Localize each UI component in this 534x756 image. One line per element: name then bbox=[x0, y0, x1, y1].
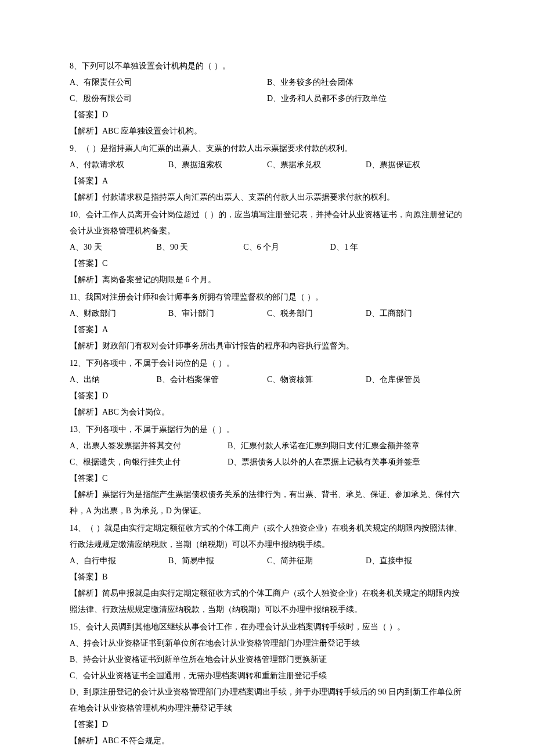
question-10: 10、会计工作人员离开会计岗位超过（ ）的，应当填写注册登记表，并持会计从业资格… bbox=[70, 207, 464, 288]
answer: 【答案】B bbox=[70, 569, 464, 585]
option-b: B、审计部门 bbox=[168, 305, 267, 322]
question-8: 8、下列可以不单独设置会计机构是的（ ）。 A、有限责任公司 B、业务较多的社会… bbox=[70, 58, 464, 139]
options-row: A、财政部门 B、审计部门 C、税务部门 D、工商部门 bbox=[70, 305, 464, 322]
question-14: 14、（ ）就是由实行定期定额征收方式的个体工商户（或个人独资企业）在税务机关规… bbox=[70, 520, 464, 618]
question-text: 13、下列各项中，不属于票据行为的是（ ）。 bbox=[70, 422, 464, 438]
question-9: 9、（ ）是指持票人向汇票的出票人、支票的付款人出示票据要求付款的权利。 A、付… bbox=[70, 141, 464, 206]
answer: 【答案】D bbox=[70, 717, 464, 733]
option-a: A、出票人签发票据并将其交付 bbox=[70, 438, 228, 454]
option-d: D、票据债务人以外的人在票据上记载有关事项并签章 bbox=[228, 454, 464, 470]
option-c: C、简并征期 bbox=[267, 553, 366, 569]
options-row: A、30 天 B、90 天 C、6 个月 D、1 年 bbox=[70, 239, 464, 255]
option-b: B、票据追索权 bbox=[168, 157, 267, 173]
question-text: 14、（ ）就是由实行定期定额征收方式的个体工商户（或个人独资企业）在税务机关规… bbox=[70, 520, 464, 553]
option-a: A、有限责任公司 bbox=[70, 74, 267, 91]
option-c: C、税务部门 bbox=[267, 305, 366, 322]
option-a: A、出纳 bbox=[70, 372, 157, 388]
option-b: B、会计档案保管 bbox=[157, 372, 267, 388]
answer: 【答案】D bbox=[70, 388, 464, 404]
options-row: A、付款请求权 B、票据追索权 C、票据承兑权 D、票据保证权 bbox=[70, 157, 464, 173]
option-c: C、票据承兑权 bbox=[267, 157, 366, 173]
explanation: 【解析】票据行为是指能产生票据债权债务关系的法律行为，有出票、背书、承兑、保证、… bbox=[70, 487, 464, 519]
answer: 【答案】C bbox=[70, 470, 464, 487]
option-a: A、持会计从业资格证书到新单位所在地会计从业资格管理部门办理注册登记手续 bbox=[70, 635, 464, 651]
explanation: 【解析】ABC 应单独设置会计机构。 bbox=[70, 123, 464, 139]
options-row: C、股份有限公司 D、业务和人员都不多的行政单位 bbox=[70, 91, 464, 107]
option-c: C、会计从业资格证书全国通用，无需办理档案调转和重新注册登记手续 bbox=[70, 668, 464, 684]
option-a: A、30 天 bbox=[70, 239, 157, 255]
options-row: A、出纳 B、会计档案保管 C、物资核算 D、仓库保管员 bbox=[70, 372, 464, 388]
options-row: A、自行申报 B、简易申报 C、简并征期 D、直接申报 bbox=[70, 553, 464, 569]
option-d: D、到原注册登记的会计从业资格管理部门办理档案调出手续，并于办理调转手续后的 9… bbox=[70, 684, 464, 717]
answer: 【答案】D bbox=[70, 107, 464, 123]
option-b: B、持会计从业资格证书到新单位所在地会计从业资格管理部门更换新证 bbox=[70, 651, 464, 668]
option-c: C、根据遗失，向银行挂失止付 bbox=[70, 454, 228, 470]
option-b: B、汇票付款人承诺在汇票到期日支付汇票金额并签章 bbox=[228, 438, 464, 454]
explanation: 【解析】ABC 为会计岗位。 bbox=[70, 404, 464, 420]
options-row: A、出票人签发票据并将其交付 B、汇票付款人承诺在汇票到期日支付汇票金额并签章 bbox=[70, 438, 464, 454]
answer: 【答案】C bbox=[70, 255, 464, 272]
option-b: B、业务较多的社会团体 bbox=[267, 74, 464, 91]
question-11: 11、我国对注册会计师和会计师事务所拥有管理监督权的部门是（ ）。 A、财政部门… bbox=[70, 289, 464, 354]
option-c: C、股份有限公司 bbox=[70, 91, 267, 107]
question-text: 8、下列可以不单独设置会计机构是的（ ）。 bbox=[70, 58, 464, 74]
option-c: C、物资核算 bbox=[267, 372, 366, 388]
option-d: D、工商部门 bbox=[366, 305, 464, 322]
question-text: 9、（ ）是指持票人向汇票的出票人、支票的付款人出示票据要求付款的权利。 bbox=[70, 141, 464, 157]
explanation: 【解析】财政部门有权对会计师事务所出具审计报告的程序和内容执行监督为。 bbox=[70, 338, 464, 354]
option-d: D、仓库保管员 bbox=[366, 372, 464, 388]
option-a: A、付款请求权 bbox=[70, 157, 168, 173]
options-row: A、有限责任公司 B、业务较多的社会团体 bbox=[70, 74, 464, 91]
explanation: 【解析】简易申报就是由实行定期定额征收方式的个体工商户（或个人独资企业）在税务机… bbox=[70, 585, 464, 618]
question-12: 12、下列各项中，不属于会计岗位的是（ ）。 A、出纳 B、会计档案保管 C、物… bbox=[70, 355, 464, 420]
option-c: C、6 个月 bbox=[243, 239, 330, 255]
question-text: 11、我国对注册会计师和会计师事务所拥有管理监督权的部门是（ ）。 bbox=[70, 289, 464, 305]
question-text: 12、下列各项中，不属于会计岗位的是（ ）。 bbox=[70, 355, 464, 372]
question-text: 15、会计人员调到其他地区继续从事会计工作，在办理会计从业档案调转手续时，应当（… bbox=[70, 619, 464, 635]
explanation: 【解析】离岗备案登记的期限是 6 个月。 bbox=[70, 272, 464, 288]
option-a: A、财政部门 bbox=[70, 305, 168, 322]
answer: 【答案】A bbox=[70, 322, 464, 338]
question-15: 15、会计人员调到其他地区继续从事会计工作，在办理会计从业档案调转手续时，应当（… bbox=[70, 619, 464, 749]
option-a: A、自行申报 bbox=[70, 553, 168, 569]
option-d: D、直接申报 bbox=[366, 553, 464, 569]
options-row: C、根据遗失，向银行挂失止付 D、票据债务人以外的人在票据上记载有关事项并签章 bbox=[70, 454, 464, 470]
explanation: 【解析】ABC 不符合规定。 bbox=[70, 733, 464, 749]
explanation: 【解析】付款请求权是指持票人向汇票的出票人、支票的付款人出示票据要求付款的权利。 bbox=[70, 189, 464, 206]
option-d: D、票据保证权 bbox=[366, 157, 464, 173]
answer: 【答案】A bbox=[70, 173, 464, 189]
question-13: 13、下列各项中，不属于票据行为的是（ ）。 A、出票人签发票据并将其交付 B、… bbox=[70, 422, 464, 519]
option-b: B、简易申报 bbox=[168, 553, 267, 569]
option-d: D、业务和人员都不多的行政单位 bbox=[267, 91, 464, 107]
option-b: B、90 天 bbox=[157, 239, 244, 255]
question-text: 10、会计工作人员离开会计岗位超过（ ）的，应当填写注册登记表，并持会计从业资格… bbox=[70, 207, 464, 239]
option-d: D、1 年 bbox=[330, 239, 417, 255]
